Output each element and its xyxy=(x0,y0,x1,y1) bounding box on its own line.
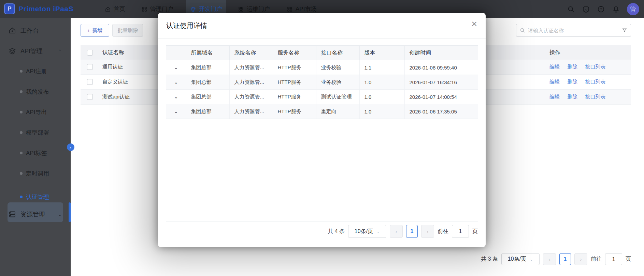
delete-link[interactable]: 删除 xyxy=(567,79,577,85)
sidebar-item-label: API注册 xyxy=(26,67,47,75)
service-cell: HTTP服务 xyxy=(273,75,316,90)
bullet-icon xyxy=(20,70,23,73)
expand-row-icon[interactable]: ⌄ xyxy=(166,104,186,119)
delete-link[interactable]: 删除 xyxy=(567,64,577,70)
interface-list-link[interactable]: 接口列表 xyxy=(585,94,605,99)
dialog-pagination: 共 4 条 10条/页 ⌄ ‹ 1 › 前往 页 xyxy=(328,225,478,238)
nav-item-label: API市场 xyxy=(296,5,316,13)
dialog-title: 认证使用详情 xyxy=(166,21,207,30)
help-icon[interactable]: ? xyxy=(597,5,605,13)
nav-item-label: 开发门户 xyxy=(199,5,222,13)
nav-item-label: 管理门户 xyxy=(150,5,173,13)
next-page-button[interactable]: › xyxy=(421,225,434,238)
usage-row: ⌄ 集团总部 人力资源管... HTTP服务 业务校验 1.0 2026-01-… xyxy=(166,75,478,90)
column-header: 版本 xyxy=(359,46,404,60)
next-page-button[interactable]: › xyxy=(574,253,587,265)
sidebar-item-my-publish[interactable]: 我的发布 xyxy=(0,85,71,98)
avatar[interactable]: 管 xyxy=(627,3,639,15)
goto-page-input[interactable] xyxy=(452,225,469,238)
sidebar-collapse-button[interactable]: ‹ xyxy=(67,143,74,151)
sidebar-group-api[interactable]: API管理 ⌃ xyxy=(0,44,71,59)
expand-row-icon[interactable]: ⌄ xyxy=(166,75,186,90)
sidebar-item-api-register[interactable]: API注册 xyxy=(0,64,71,78)
search-input[interactable] xyxy=(528,28,619,33)
column-header: 系统名称 xyxy=(229,46,273,60)
sidebar-item-auth-management[interactable]: 认证管理 xyxy=(0,187,71,207)
column-header: 所属域名 xyxy=(186,46,229,60)
created-cell: 2026-01-06 17:35:05 xyxy=(404,104,478,119)
sidebar-item-label: 认证管理 xyxy=(26,193,49,201)
service-cell: HTTP服务 xyxy=(273,104,316,119)
page-size-select[interactable]: 10条/页 ⌄ xyxy=(348,225,386,238)
bullet-icon xyxy=(20,172,23,175)
sidebar-item-label: API标签 xyxy=(26,149,47,157)
sidebar-item-label: 工作台 xyxy=(20,27,39,35)
edit-link[interactable]: 编辑 xyxy=(549,94,560,99)
sidebar-item-model-deploy[interactable]: 模型部署 xyxy=(0,126,71,139)
sidebar-item-api-export[interactable]: API导出 xyxy=(0,105,71,119)
brand: P Primeton iPaaS xyxy=(4,3,73,14)
delete-link[interactable]: 删除 xyxy=(567,94,577,99)
system-cell: 人力资源管... xyxy=(229,104,273,119)
select-all-checkbox[interactable] xyxy=(87,50,93,56)
navbar-actions: AI ? 管 xyxy=(567,0,639,18)
sidebar-group-resource[interactable]: 资源管理 ⌄ xyxy=(0,207,71,222)
interface-cell: 测试认证管理 xyxy=(316,90,359,104)
interface-list-link[interactable]: 接口列表 xyxy=(585,79,605,85)
expand-column-header xyxy=(166,46,186,60)
interface-cell: 重定向 xyxy=(316,104,359,119)
version-cell: 1.0 xyxy=(359,90,404,104)
system-cell: 人力资源管... xyxy=(229,90,273,104)
created-cell: 2026-01-08 09:59:40 xyxy=(404,60,478,75)
goto-page-input[interactable] xyxy=(605,253,622,265)
total-count: 共 3 条 xyxy=(481,256,498,263)
service-cell: HTTP服务 xyxy=(273,90,316,104)
domain-cell: 集团总部 xyxy=(186,104,229,119)
sidebar-item-api-tags[interactable]: API标签 xyxy=(0,146,71,160)
chevron-down-icon: ⌄ xyxy=(530,257,533,262)
bell-icon[interactable] xyxy=(612,5,620,13)
brand-title: Primeton iPaaS xyxy=(18,5,73,13)
nav-item-home[interactable]: 首页 xyxy=(101,0,129,18)
expand-row-icon[interactable]: ⌄ xyxy=(166,60,186,75)
row-checkbox[interactable] xyxy=(87,94,93,100)
batch-delete-button[interactable]: 批量删除 xyxy=(112,24,143,37)
grid-icon xyxy=(141,6,147,12)
layers-icon xyxy=(8,47,16,55)
sidebar-item-scheduled-call[interactable]: 定时调用 xyxy=(0,167,71,180)
usage-table: 所属域名 系统名称 服务名称 接口名称 版本 创建时间 ⌄ 集团总部 人力资源管… xyxy=(166,45,478,119)
row-checkbox[interactable] xyxy=(87,79,93,85)
ai-assistant-icon[interactable]: AI xyxy=(582,5,590,13)
page-size-value: 10条/页 xyxy=(355,228,373,235)
chevron-down-icon: ⌄ xyxy=(376,229,380,234)
system-cell: 人力资源管... xyxy=(229,75,273,90)
column-header: 创建时间 xyxy=(404,46,478,60)
search-box xyxy=(516,24,631,37)
prev-page-button[interactable]: ‹ xyxy=(543,253,556,265)
expand-row-icon[interactable]: ⌄ xyxy=(166,90,186,104)
edit-link[interactable]: 编辑 xyxy=(549,79,560,85)
add-button[interactable]: + 新增 xyxy=(81,24,109,37)
chevron-down-icon: ⌄ xyxy=(58,212,62,217)
plus-icon: + xyxy=(87,28,90,33)
filter-funnel-icon[interactable] xyxy=(622,28,627,33)
page-size-select[interactable]: 10条/页 ⌄ xyxy=(501,253,540,265)
page-number-button[interactable]: 1 xyxy=(559,253,571,265)
dialog-header-divider xyxy=(158,38,486,39)
search-icon[interactable] xyxy=(567,5,575,13)
page-number-button[interactable]: 1 xyxy=(406,225,418,238)
database-icon xyxy=(8,210,16,218)
total-count: 共 4 条 xyxy=(328,228,345,235)
sidebar-active-indicator xyxy=(69,202,71,222)
interface-list-link[interactable]: 接口列表 xyxy=(585,64,605,70)
edit-link[interactable]: 编辑 xyxy=(549,64,560,70)
content-divider xyxy=(71,271,644,271)
sidebar-item-workbench[interactable]: 工作台 xyxy=(0,23,71,38)
prev-page-button[interactable]: ‹ xyxy=(390,225,403,238)
bullet-icon xyxy=(20,90,23,93)
interface-cell: 业务校验 xyxy=(316,75,359,90)
close-icon[interactable]: ✕ xyxy=(471,20,477,28)
row-checkbox[interactable] xyxy=(87,64,93,70)
home-icon xyxy=(105,6,111,12)
chevron-up-icon: ⌃ xyxy=(58,49,62,54)
